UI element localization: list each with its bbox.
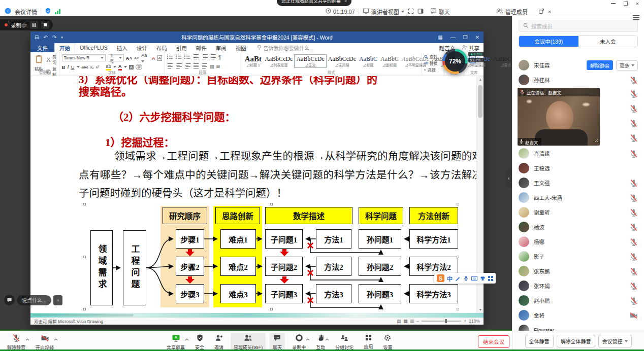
italic-button[interactable]: I — [67, 64, 69, 69]
member-row[interactable]: 张环娟 — [512, 278, 644, 293]
selection-handle[interactable] — [270, 203, 273, 205]
caret-up-icon[interactable] — [54, 337, 58, 342]
fullscreen-icon[interactable] — [408, 8, 414, 15]
font-name-select[interactable]: Times New R — [62, 54, 106, 61]
style-标题 1[interactable]: AaBt⊿标题 1 — [243, 55, 263, 67]
caret-up-icon[interactable] — [306, 337, 310, 342]
toolbar-apps-button[interactable]: 应用 — [361, 333, 376, 351]
toolbar-screen-share-button[interactable]: 共享屏幕 — [164, 333, 188, 351]
indent-increase-icon[interactable] — [201, 54, 208, 61]
selection-handle[interactable] — [270, 308, 273, 310]
superscript-button[interactable]: x² — [96, 65, 100, 69]
members-tab[interactable]: 管理成员 — [496, 8, 528, 16]
shading-icon[interactable]: ▨ — [210, 64, 214, 69]
mic-muted-icon[interactable] — [630, 282, 638, 290]
multilevel-icon[interactable] — [184, 54, 190, 61]
member-row[interactable]: 孙桂林 — [512, 73, 644, 87]
minimize-button[interactable] — [611, 3, 616, 4]
word-close-button[interactable]: ✕ — [475, 34, 479, 40]
mic-muted-icon[interactable] — [630, 223, 638, 231]
mic-muted-icon[interactable] — [630, 179, 638, 187]
scroll-down-icon[interactable]: ▼ — [477, 306, 484, 313]
member-row[interactable]: Flowater — [512, 323, 644, 331]
line-spacing-icon[interactable] — [201, 63, 208, 70]
zoom-slider[interactable] — [422, 321, 461, 322]
pilcrow-icon[interactable]: ¶ — [218, 55, 221, 60]
word-tab-审阅[interactable]: 审阅 — [211, 43, 231, 52]
close-button[interactable]: × — [636, 1, 639, 6]
mic-muted-icon[interactable] — [630, 208, 638, 217]
tab-not-joined[interactable]: 未入会 — [578, 36, 638, 47]
selection-handle[interactable] — [83, 203, 86, 205]
justify-icon[interactable] — [192, 63, 199, 70]
scrollbar-thumb[interactable] — [478, 85, 482, 118]
sidebar-collapse-handle[interactable]: ‹ — [505, 168, 512, 188]
layout-toggle-icon[interactable] — [417, 8, 424, 15]
visio-diagram[interactable]: 研究顺序思路创新数学描述科学问题方法创新领域需求工程问题步骤1难点1子问题1方法… — [83, 203, 459, 310]
security-shield-icon[interactable] — [45, 8, 51, 15]
mic-muted-icon[interactable] — [630, 76, 638, 84]
replace-button[interactable]: ab替换 — [424, 60, 438, 66]
toolbar-record-button[interactable]: 录制中 — [289, 333, 309, 351]
style-标题[interactable]: AaBbC⊿标题 — [358, 55, 379, 67]
toolbox-icon[interactable] — [488, 274, 493, 283]
qat-dropdown-icon[interactable]: ▾ — [61, 36, 63, 40]
mic-muted-icon[interactable] — [630, 134, 638, 144]
numbering-icon[interactable] — [175, 54, 182, 61]
toolbar-hand-button[interactable]: 互动 — [313, 333, 328, 351]
say-something-input[interactable]: 说点什么... — [17, 295, 51, 305]
zoom-out-button[interactable]: − — [416, 319, 419, 324]
member-row[interactable]: 西工大-宋涵 — [512, 190, 644, 205]
word-tab-file[interactable]: 文件 — [30, 43, 54, 52]
skin-icon[interactable] — [480, 274, 486, 283]
member-row-hovered[interactable]: 宋佳霖解除静音更多 — [512, 58, 644, 73]
banner-close-icon[interactable]: × — [344, 0, 347, 4]
toolbar-camera-off-button[interactable]: 开启视频 — [33, 333, 57, 351]
menu-hamburger-icon[interactable] — [633, 15, 639, 20]
speaker-video-tile[interactable]: 正在讲话：赵吉文 赵吉文 — [518, 88, 600, 146]
member-row[interactable]: 王文强 — [512, 176, 644, 190]
zoom-in-button[interactable]: + — [464, 319, 466, 324]
cut-button[interactable]: 剪切 — [46, 54, 57, 65]
word-tab-布局[interactable]: 布局 — [152, 43, 172, 52]
meeting-details-label[interactable]: 会议详情 — [15, 8, 37, 16]
unmute-all-button[interactable]: 解除全体静音 — [557, 335, 595, 347]
tab-in-meeting[interactable]: 会议中(139) — [519, 36, 578, 47]
save-icon[interactable]: ⊟ — [35, 34, 39, 40]
bullets-icon[interactable] — [167, 54, 173, 61]
style-无间隔[interactable]: AaBbCcDc⊿无间隔 — [327, 55, 358, 67]
redo-icon[interactable]: ↷ — [52, 34, 56, 40]
selection-handle[interactable] — [457, 203, 459, 205]
handwriting-icon[interactable] — [455, 274, 461, 283]
shrink-font-button[interactable]: A˅ — [134, 56, 139, 60]
character-shading-button[interactable]: A — [129, 65, 134, 69]
phonetic-guide-icon[interactable]: A — [157, 55, 162, 61]
word-minimize-button[interactable]: — — [450, 34, 456, 40]
bold-button[interactable]: B — [62, 64, 66, 70]
meeting-control-button[interactable]: 会议管控 — [598, 335, 632, 347]
font-size-select[interactable]: 五号 — [108, 54, 124, 61]
popout-panel-icon[interactable] — [538, 8, 544, 15]
member-row[interactable]: 肖清缘 — [512, 146, 644, 161]
sogou-logo-icon[interactable]: S — [437, 274, 444, 282]
toolbar-members-button[interactable]: 管理成员(99+) — [231, 333, 266, 351]
indent-decrease-icon[interactable] — [192, 54, 199, 61]
collapse-chat-icon[interactable]: ‹ — [53, 295, 62, 305]
web-layout-icon[interactable]: ▥ — [410, 319, 414, 324]
word-tab-设计[interactable]: 设计 — [132, 43, 152, 52]
selection-handle[interactable] — [457, 308, 459, 310]
language-mode-icon[interactable]: 中 — [447, 274, 453, 283]
camera-off-icon[interactable] — [629, 311, 638, 320]
word-tab-开始[interactable]: 开始 — [54, 43, 75, 52]
ribbon-options-icon[interactable]: ▦ — [438, 34, 442, 40]
selection-handle[interactable] — [83, 308, 86, 310]
toolbar-invite-button[interactable]: 邀请 — [211, 333, 227, 351]
member-row[interactable]: 张东鹏 — [512, 264, 644, 278]
word-restore-button[interactable]: ❐ — [463, 34, 468, 40]
mic-muted-icon[interactable] — [630, 297, 638, 305]
scroll-up-icon[interactable]: ▲ — [477, 76, 484, 83]
undo-icon[interactable]: ↶ — [43, 34, 47, 40]
word-tab-OfficePLUS[interactable]: OfficePLUS — [75, 43, 112, 52]
pause-recording-button[interactable] — [30, 21, 38, 29]
maximize-button[interactable] — [624, 2, 628, 6]
